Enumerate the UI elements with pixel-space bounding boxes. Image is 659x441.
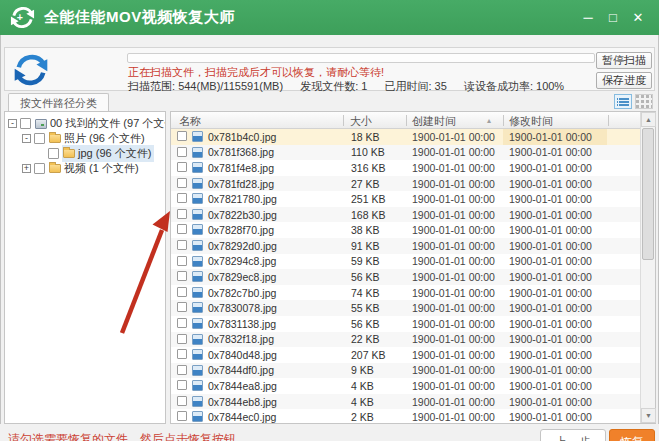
tree-item[interactable]: jpg (96 个文件)	[5, 146, 165, 161]
tree-checkbox[interactable]	[34, 163, 45, 174]
file-modified-time: 1900-01-01 00:00	[503, 409, 607, 423]
file-row[interactable]: 0x78292d0.jpg 91 KB 1900-01-01 00:00 190…	[171, 238, 640, 254]
file-row[interactable]: 0x7828f70.jpg 38 KB 1900-01-01 00:00 190…	[171, 222, 640, 238]
row-checkbox[interactable]	[177, 224, 187, 234]
file-name: 0x7844df0.jpg	[208, 363, 274, 379]
file-modified-time: 1900-01-01 00:00	[503, 191, 607, 207]
file-size: 74 KB	[351, 285, 380, 301]
recover-button[interactable]: 恢复	[609, 429, 655, 441]
file-row[interactable]: 0x7844ea8.jpg 4 KB 1900-01-01 00:00 1900…	[171, 378, 640, 394]
file-name: 0x7844ec0.jpg	[208, 409, 276, 423]
vertical-scrollbar[interactable]: ▲ ▼	[640, 112, 655, 423]
row-checkbox[interactable]	[177, 396, 187, 406]
scroll-up-icon[interactable]: ▲	[641, 112, 656, 127]
file-row[interactable]: 0x7829ec8.jpg 56 KB 1900-01-01 00:00 190…	[171, 269, 640, 285]
row-checkbox[interactable]	[177, 178, 187, 188]
file-row[interactable]: 0x7844df0.jpg 9 KB 1900-01-01 00:00 1900…	[171, 363, 640, 379]
file-created-time: 1900-01-01 00:00	[412, 363, 495, 379]
file-name: 0x7822b30.jpg	[208, 207, 277, 223]
column-header-size[interactable]: 大小	[350, 114, 372, 129]
file-modified-time: 1900-01-01 00:00	[503, 378, 607, 394]
tree-item-body[interactable]: 视频 (1 个文件)	[48, 160, 142, 177]
file-size: 4 KB	[351, 378, 374, 394]
scroll-down-icon[interactable]: ▼	[641, 408, 656, 423]
file-created-time: 1900-01-01 00:00	[412, 269, 495, 285]
stat-scan-range: 扫描范围: 544(MB)/115591(MB)	[128, 80, 283, 92]
minimize-icon[interactable]: ─	[581, 10, 595, 25]
file-name: 0x7830078.jpg	[208, 300, 277, 316]
row-checkbox[interactable]	[177, 131, 187, 141]
file-name: 0x782c7b0.jpg	[208, 285, 276, 301]
file-name: 0x78292d0.jpg	[208, 238, 277, 254]
row-checkbox[interactable]	[177, 209, 187, 219]
file-modified-time: 1900-01-01 00:00	[503, 300, 607, 316]
file-size: 4 KB	[351, 394, 374, 410]
file-row[interactable]: 0x7832f18.jpg 22 KB 1900-01-01 00:00 190…	[171, 332, 640, 348]
tree-item[interactable]: - 00 找到的文件 (97 个文件)	[5, 116, 165, 131]
maximize-icon[interactable]: □	[606, 10, 620, 25]
scrollbar-thumb[interactable]	[642, 128, 654, 260]
file-row[interactable]: 0x781f368.jpg 110 KB 1900-01-01 00:00 19…	[171, 145, 640, 161]
file-row[interactable]: 0x781fd28.jpg 27 KB 1900-01-01 00:00 190…	[171, 176, 640, 192]
file-row[interactable]: 0x7821780.jpg 251 KB 1900-01-01 00:00 19…	[171, 191, 640, 207]
row-checkbox[interactable]	[177, 365, 187, 375]
image-file-icon	[192, 209, 203, 220]
stat-read-success: 读设备成功率: 100%	[464, 80, 564, 92]
row-checkbox[interactable]	[177, 271, 187, 281]
stat-value: 544(MB)/115591(MB)	[178, 80, 283, 92]
file-row[interactable]: 0x7844eb8.jpg 4 KB 1900-01-01 00:00 1900…	[171, 394, 640, 410]
file-size: 22 KB	[351, 332, 380, 348]
file-row[interactable]: 0x781f4e8.jpg 316 KB 1900-01-01 00:00 19…	[171, 160, 640, 176]
tree-checkbox[interactable]	[48, 148, 59, 159]
tree-item[interactable]: + 视频 (1 个文件)	[5, 161, 165, 176]
column-header-created[interactable]: 创建时间	[412, 114, 456, 129]
previous-step-button[interactable]: 上一步	[540, 429, 606, 441]
close-icon[interactable]: ✕	[631, 10, 645, 25]
file-row[interactable]: 0x78294c8.jpg 59 KB 1900-01-01 00:00 190…	[171, 254, 640, 270]
scan-recycle-icon	[12, 51, 50, 89]
titlebar: + 全能佳能MOV视频恢复大师 ─ □ ✕	[0, 0, 659, 35]
tree-expander-icon[interactable]: +	[22, 164, 31, 173]
row-checkbox[interactable]	[177, 256, 187, 266]
tree-expander-icon[interactable]: -	[22, 134, 31, 143]
tree-checkbox[interactable]	[20, 118, 31, 129]
list-view-icon[interactable]	[614, 94, 632, 109]
file-row[interactable]: 0x7830078.jpg 55 KB 1900-01-01 00:00 190…	[171, 300, 640, 316]
column-header-modified[interactable]: 修改时间	[509, 114, 553, 129]
file-size: 207 KB	[351, 347, 385, 363]
file-row[interactable]: 0x7822b30.jpg 168 KB 1900-01-01 00:00 19…	[171, 207, 640, 223]
row-checkbox[interactable]	[177, 318, 187, 328]
row-checkbox[interactable]	[177, 147, 187, 157]
file-created-time: 1900-01-01 00:00	[412, 176, 495, 192]
file-created-time: 1900-01-01 00:00	[412, 254, 495, 270]
file-modified-time: 1900-01-01 00:00	[503, 207, 607, 223]
file-created-time: 1900-01-01 00:00	[412, 129, 495, 145]
tab-classify-by-path[interactable]: 按文件路径分类	[8, 93, 109, 112]
file-row[interactable]: 0x7844ec0.jpg 2 KB 1900-01-01 00:00 1900…	[171, 409, 640, 423]
tree-label: 视频 (1 个文件)	[64, 161, 139, 176]
row-checkbox[interactable]	[177, 302, 187, 312]
row-checkbox[interactable]	[177, 287, 187, 297]
tree-item[interactable]: - 照片 (96 个文件)	[5, 131, 165, 146]
row-checkbox[interactable]	[177, 240, 187, 250]
file-modified-time: 1900-01-01 00:00	[503, 316, 607, 332]
grid-view-icon[interactable]	[635, 94, 653, 109]
tree-checkbox[interactable]	[34, 133, 45, 144]
file-row[interactable]: 0x782c7b0.jpg 74 KB 1900-01-01 00:00 190…	[171, 285, 640, 301]
row-checkbox[interactable]	[177, 334, 187, 344]
file-row[interactable]: 0x7840d48.jpg 207 KB 1900-01-01 00:00 19…	[171, 347, 640, 363]
tree-expander-icon[interactable]: -	[8, 119, 17, 128]
file-row[interactable]: 0x781b4c0.jpg 18 KB 1900-01-01 00:00 190…	[171, 129, 640, 145]
file-row[interactable]: 0x7831138.jpg 56 KB 1900-01-01 00:00 190…	[171, 316, 640, 332]
row-checkbox[interactable]	[177, 349, 187, 359]
row-checkbox[interactable]	[177, 162, 187, 172]
pause-scan-button[interactable]: 暂停扫描	[596, 52, 652, 69]
row-checkbox[interactable]	[177, 411, 187, 421]
file-size: 38 KB	[351, 222, 380, 238]
svg-text:+: +	[17, 11, 23, 23]
file-name: 0x7828f70.jpg	[208, 222, 274, 238]
save-progress-button[interactable]: 保存进度	[596, 72, 652, 89]
row-checkbox[interactable]	[177, 380, 187, 390]
row-checkbox[interactable]	[177, 193, 187, 203]
column-header-name[interactable]: 名称	[179, 114, 201, 129]
